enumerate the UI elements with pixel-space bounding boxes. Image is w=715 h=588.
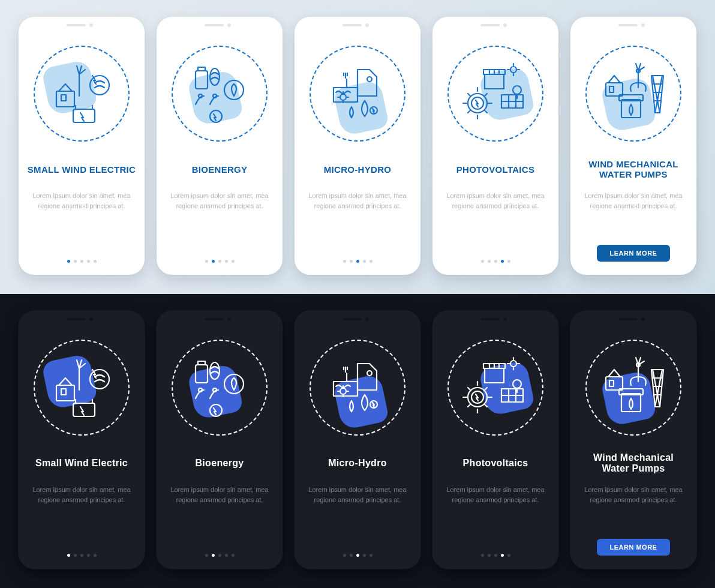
svg-point-27 [513,86,521,94]
svg-point-11 [224,80,244,100]
card-description: Lorem ipsum dolor sin amet, mea regione … [166,191,274,211]
hydro-icon [310,340,405,436]
onboarding-card: PhotovoltaicsLorem ipsum dolor sin amet,… [432,311,558,569]
pagination-dot[interactable] [232,260,235,263]
pagination-dot[interactable] [507,554,510,557]
svg-rect-22 [485,74,504,89]
onboarding-card: Small Wind ElectricLorem ipsum dolor sin… [19,311,145,569]
svg-rect-1 [61,95,66,101]
onboarding-card: Wind Mechanical Water PumpsLorem ipsum d… [570,311,696,569]
pagination-dots[interactable] [67,260,97,265]
pagination-dot[interactable] [494,260,497,263]
svg-point-55 [199,388,202,392]
pagination-dot[interactable] [488,260,491,263]
bio-icon [172,46,268,142]
pagination-dot[interactable] [369,554,372,557]
card-description: Lorem ipsum dolor sin amet, mea regione … [304,485,411,505]
pagination-dot[interactable] [87,554,90,557]
pagination-dot[interactable] [488,554,491,557]
pagination-dots[interactable] [481,260,510,265]
card-title: PHOTOVOLTAICS [456,157,535,181]
card-description: Lorem ipsum dolor sin amet, mea regione … [304,191,411,211]
onboarding-card: BioenergyLorem ipsum dolor sin amet, mea… [157,311,283,569]
svg-point-13 [367,77,372,82]
onboarding-card: WIND MECHANICAL WATER PUMPSLorem ipsum d… [570,17,696,275]
solar-icon [447,46,543,142]
svg-point-9 [199,94,202,98]
svg-point-57 [224,374,244,394]
pagination-dot[interactable] [494,554,497,557]
pagination-dot[interactable] [94,554,97,557]
pagination-dot[interactable] [205,260,208,263]
pagination-dot[interactable] [67,260,70,263]
pagination-dot[interactable] [80,260,83,263]
svg-point-15 [340,94,346,100]
phone-notch [343,317,372,322]
wind-icon [34,46,130,142]
onboarding-card: MICRO-HYDROLorem ipsum dolor sin amet, m… [295,17,420,275]
card-description: Lorem ipsum dolor sin amet, mea regione … [441,485,549,505]
pagination-dots[interactable] [343,260,372,265]
pump-icon [585,46,681,142]
pagination-dots[interactable] [343,554,372,559]
phone-notch [205,317,235,322]
pagination-dot[interactable] [212,260,215,263]
svg-point-17 [510,67,516,73]
phone-notch [205,23,235,28]
solar-icon [447,340,543,436]
pagination-dot[interactable] [225,554,228,557]
onboarding-card: BIOENERGYLorem ipsum dolor sin amet, mea… [157,17,283,275]
card-description: Lorem ipsum dolor sin amet, mea regione … [28,191,136,211]
card-description: Lorem ipsum dolor sin amet, mea regione … [579,485,687,505]
pagination-dot[interactable] [350,260,353,263]
wind-icon [34,340,130,436]
pagination-dot[interactable] [94,260,97,263]
svg-rect-36 [609,86,614,92]
pump-icon [585,340,681,436]
pagination-dot[interactable] [481,260,484,263]
pagination-dot[interactable] [356,260,359,263]
pagination-dot[interactable] [501,260,504,263]
pagination-dot[interactable] [343,260,346,263]
card-description: Lorem ipsum dolor sin amet, mea regione … [28,485,136,505]
svg-point-59 [367,371,372,376]
pagination-dots[interactable] [205,554,235,559]
pagination-dot[interactable] [369,260,372,263]
onboarding-card: SMALL WIND ELECTRICLorem ipsum dolor sin… [19,17,145,275]
pagination-dot[interactable] [80,554,83,557]
pagination-dot[interactable] [218,554,221,557]
svg-point-63 [510,361,516,367]
phone-notch [618,23,648,28]
learn-more-button[interactable]: LEARN MORE [597,245,671,262]
pagination-dot[interactable] [212,554,215,557]
pagination-dot[interactable] [74,260,77,263]
pagination-dot[interactable] [205,554,208,557]
pagination-dot[interactable] [67,554,70,557]
pagination-dot[interactable] [501,554,504,557]
dark-mode-row: Small Wind ElectricLorem ipsum dolor sin… [0,294,715,588]
hydro-icon [310,46,405,142]
pagination-dot[interactable] [356,554,359,557]
pagination-dot[interactable] [74,554,77,557]
pagination-dot[interactable] [363,260,366,263]
pagination-dot[interactable] [218,260,221,263]
pagination-dots[interactable] [67,554,97,559]
pagination-dot[interactable] [363,554,366,557]
svg-rect-7 [196,71,208,89]
pagination-dot[interactable] [232,554,235,557]
pagination-dot[interactable] [225,260,228,263]
learn-more-button[interactable]: LEARN MORE [597,539,671,556]
pagination-dot[interactable] [350,554,353,557]
pagination-dots[interactable] [205,260,235,265]
onboarding-card: PHOTOVOLTAICSLorem ipsum dolor sin amet,… [432,17,558,275]
pagination-dots[interactable] [481,554,510,559]
svg-rect-68 [485,368,504,383]
card-title: Small Wind Electric [35,451,128,475]
pagination-dot[interactable] [87,260,90,263]
card-title: Bioenergy [196,451,244,475]
card-title: BIOENERGY [192,157,248,181]
pagination-dot[interactable] [343,554,346,557]
pagination-dot[interactable] [481,554,484,557]
light-mode-row: SMALL WIND ELECTRICLorem ipsum dolor sin… [0,0,715,294]
pagination-dot[interactable] [507,260,510,263]
